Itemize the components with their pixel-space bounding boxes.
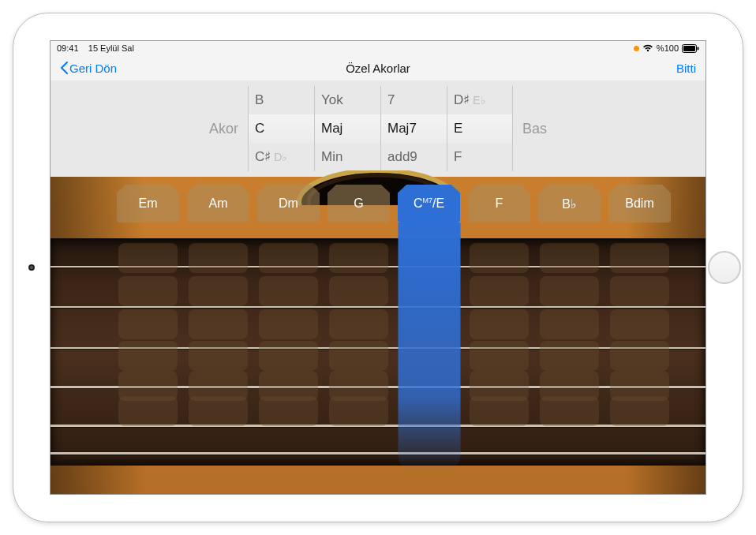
picker-option[interactable]: B (249, 86, 314, 114)
fret-cell[interactable] (540, 309, 599, 339)
fret-cell[interactable] (329, 341, 388, 371)
status-bar: 09:41 15 Eylül Sal %100 (51, 41, 705, 55)
picker-column-0[interactable]: BCC♯D♭ (248, 86, 314, 171)
fret-cell[interactable] (118, 396, 178, 426)
chord-chip[interactable]: CM7/E (398, 185, 460, 223)
fret-cell[interactable] (189, 309, 248, 339)
chord-strip[interactable]: Dm (257, 185, 320, 472)
guitar-body: EmAmDmGCM7/EFB♭Bdim (51, 177, 705, 494)
status-date: 15 Eylül Sal (88, 43, 134, 53)
chord-chip[interactable]: B♭ (538, 185, 601, 223)
chord-label: CM7/E (414, 196, 444, 211)
chord-strip[interactable]: F (468, 185, 530, 472)
front-camera-area (13, 13, 50, 522)
fret-cell[interactable] (540, 243, 599, 273)
chord-label: Em (139, 196, 158, 211)
chord-strip[interactable]: Bdim (608, 185, 671, 472)
chord-strip[interactable]: G (327, 185, 390, 472)
fret-cell[interactable] (118, 243, 178, 273)
picker-option[interactable]: C (249, 114, 314, 143)
page-title: Özel Akorlar (51, 62, 705, 75)
picker-option[interactable]: 7 (381, 86, 447, 114)
fret-cell[interactable] (540, 341, 599, 371)
picker-column-3[interactable]: D♯E♭EF (447, 86, 513, 171)
fret-cell[interactable] (540, 396, 599, 426)
fret-cell[interactable] (189, 243, 248, 273)
chord-chip[interactable]: Dm (257, 185, 320, 223)
chord-column-body[interactable] (468, 223, 530, 472)
fret-cell[interactable] (470, 276, 529, 306)
picker-option[interactable]: E (447, 114, 512, 143)
chord-strip[interactable]: CM7/E (398, 185, 460, 472)
picker-column-1[interactable]: YokMajMin (314, 86, 380, 171)
battery-text: %100 (657, 43, 679, 53)
picker-option[interactable]: C♯D♭ (249, 143, 314, 171)
status-left: 09:41 15 Eylül Sal (57, 43, 134, 53)
fret-cell[interactable] (610, 243, 669, 273)
fret-cell[interactable] (259, 243, 318, 273)
svg-rect-2 (698, 47, 699, 50)
fret-cell[interactable] (118, 341, 178, 371)
picker-option[interactable]: D♯E♭ (447, 86, 512, 114)
fret-cell[interactable] (610, 341, 669, 371)
fret-cell[interactable] (610, 309, 669, 339)
chord-column-body[interactable] (327, 223, 390, 472)
picker-label-left: Akor (204, 121, 243, 137)
fret-cell[interactable] (118, 309, 178, 339)
back-label: Geri Dön (69, 62, 117, 75)
fret-cell[interactable] (259, 309, 318, 339)
chord-column-body[interactable] (187, 223, 249, 472)
picker-option[interactable]: Yok (315, 86, 380, 114)
chord-chip[interactable]: F (468, 185, 530, 223)
chord-strip[interactable]: Am (187, 185, 249, 472)
fret-cell[interactable] (540, 276, 599, 306)
fret-cell[interactable] (329, 396, 388, 426)
fret-cell[interactable] (189, 276, 248, 306)
home-button-area (706, 13, 743, 522)
svg-rect-1 (683, 46, 695, 51)
fret-cell[interactable] (470, 396, 529, 426)
picker-option[interactable]: F (447, 143, 512, 171)
chord-chip[interactable]: Bdim (608, 185, 671, 223)
fret-cell[interactable] (259, 396, 318, 426)
chord-label: Am (209, 196, 228, 211)
chord-strip[interactable]: B♭ (538, 185, 601, 472)
picker-option[interactable]: add9 (381, 143, 447, 171)
picker-wheels: BCC♯D♭YokMajMin7Maj7add9D♯E♭EF (248, 86, 513, 171)
picker-column-2[interactable]: 7Maj7add9 (380, 86, 447, 171)
picker-option-alt: E♭ (473, 94, 485, 107)
chord-strip[interactable]: Em (117, 185, 179, 472)
fret-cell[interactable] (329, 309, 388, 339)
picker-option[interactable]: Min (315, 143, 380, 171)
fret-cell[interactable] (329, 243, 388, 273)
fret-cell[interactable] (470, 243, 529, 273)
chord-chip[interactable]: Am (187, 185, 249, 223)
fret-cell[interactable] (189, 396, 248, 426)
ipad-frame: 09:41 15 Eylül Sal %100 Geri Dön Özel (13, 13, 743, 522)
battery-icon (682, 44, 699, 53)
fret-cell[interactable] (259, 341, 318, 371)
chevron-left-icon (60, 62, 68, 74)
chord-column-body[interactable] (538, 223, 601, 472)
fret-cell[interactable] (259, 276, 318, 306)
fret-cell[interactable] (118, 276, 178, 306)
chord-label: Dm (279, 196, 298, 211)
status-right: %100 (634, 43, 699, 53)
chord-chip[interactable]: G (327, 185, 390, 223)
home-button[interactable] (708, 251, 741, 284)
fret-cell[interactable] (470, 341, 529, 371)
chord-column-body[interactable] (257, 223, 320, 472)
back-button[interactable]: Geri Dön (60, 62, 117, 75)
fret-cell[interactable] (610, 276, 669, 306)
chord-chip[interactable]: Em (117, 185, 179, 223)
fret-cell[interactable] (470, 309, 529, 339)
chord-column-body[interactable] (398, 223, 460, 472)
fret-cell[interactable] (189, 341, 248, 371)
picker-option[interactable]: Maj7 (381, 114, 447, 143)
chord-column-body[interactable] (117, 223, 179, 472)
fret-cell[interactable] (329, 276, 388, 306)
picker-option[interactable]: Maj (315, 114, 380, 143)
fret-cell[interactable] (610, 396, 669, 426)
done-button[interactable]: Bitti (676, 62, 696, 75)
chord-column-body[interactable] (608, 223, 671, 472)
